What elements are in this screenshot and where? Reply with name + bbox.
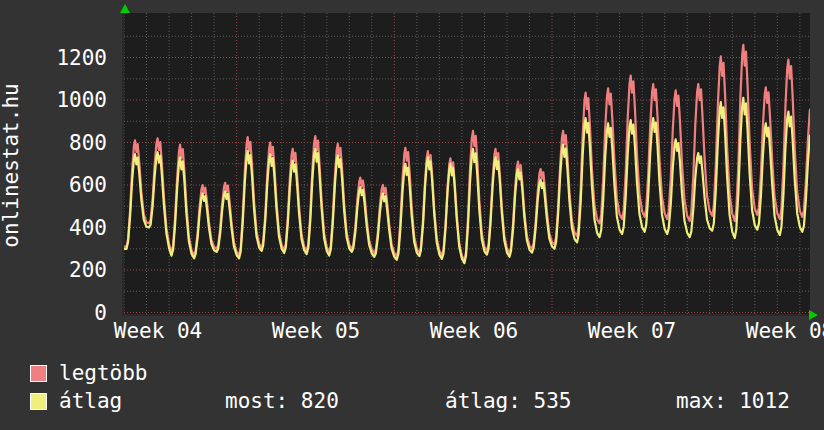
y-axis-tick-label: 600 [0, 175, 107, 196]
stat-max: max: 1012 [676, 391, 790, 412]
x-axis-week-label: Week 04 [88, 321, 228, 342]
y-axis-tick-label: 1200 [0, 48, 107, 69]
traffic-stats-graph: { "site_label": "onlinestat.hu", "colors… [0, 0, 824, 430]
x-axis-week-label: Week 08 [720, 321, 824, 342]
plot-area [124, 13, 810, 314]
stat-atlag: átlag: 535 [445, 391, 571, 412]
y-axis-tick-label: 400 [0, 218, 107, 239]
x-axis-week-label: Week 07 [562, 321, 702, 342]
y-axis-tick-label: 200 [0, 260, 107, 281]
legend-label: legtöbb [59, 363, 148, 384]
chart-canvas [124, 13, 810, 314]
legend-item: átlag [30, 391, 122, 411]
legend-swatch [30, 393, 47, 410]
y-axis-tick-label: 800 [0, 133, 107, 154]
y-axis-tick-label: 1000 [0, 90, 107, 111]
x-axis-week-label: Week 05 [246, 321, 386, 342]
x-axis-week-label: Week 06 [404, 321, 544, 342]
stat-most: most: 820 [225, 391, 339, 412]
legend-item: legtöbb [30, 363, 148, 383]
axis-arrow-up-icon [120, 4, 130, 13]
x-axis-line [122, 314, 812, 316]
legend-swatch [30, 365, 47, 382]
legend-label: átlag [59, 391, 122, 412]
